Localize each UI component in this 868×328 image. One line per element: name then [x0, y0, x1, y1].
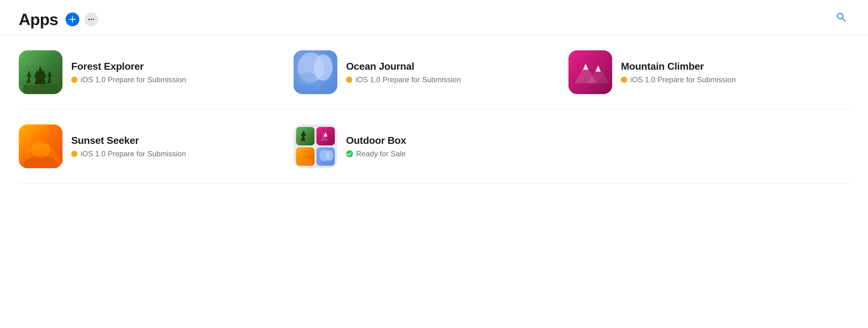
apps-list: Forest Explorer iOS 1.0 Prepare for Subm…: [0, 35, 868, 184]
add-app-button[interactable]: [66, 12, 79, 26]
app-info-sunset-seeker: Sunset Seeker iOS 1.0 Prepare for Submis…: [71, 135, 186, 158]
status-dot-forest: [71, 77, 78, 83]
svg-marker-7: [27, 71, 32, 83]
svg-point-0: [88, 19, 90, 20]
page-title: Apps: [19, 10, 58, 29]
svg-point-2: [93, 19, 94, 20]
svg-rect-25: [296, 127, 314, 145]
app-status-sunset-seeker: iOS 1.0 Prepare for Submission: [71, 149, 186, 158]
app-icon-wrapper-mountain: [568, 50, 612, 94]
app-item-sunset-seeker[interactable]: Sunset Seeker iOS 1.0 Prepare for Submis…: [19, 125, 293, 168]
app-name-sunset-seeker: Sunset Seeker: [71, 135, 186, 146]
app-name-outdoor-box: Outdoor Box: [346, 135, 406, 146]
app-icon-mountain-climber: [568, 50, 612, 94]
app-icon-wrapper-sunset: [19, 125, 62, 168]
svg-point-13: [299, 72, 316, 85]
svg-point-12: [314, 54, 333, 81]
app-icon-sunset-seeker: [19, 125, 62, 168]
mini-icon-sunset: [296, 147, 314, 166]
status-dot-ocean: [346, 77, 352, 83]
app-icon-ocean-journal: [293, 50, 337, 94]
mini-icon-forest: [296, 127, 314, 145]
status-check-outdoor-box: [346, 151, 353, 157]
app-info-outdoor-box: Outdoor Box Ready for Sale: [346, 135, 406, 158]
app-status-text-outdoor-box: Ready for Sale: [356, 149, 406, 158]
app-icon-wrapper-forest: [19, 50, 62, 94]
app-status-ocean-journal: iOS 1.0 Prepare for Submission: [346, 75, 461, 84]
mountain-icon-bg: [568, 50, 612, 94]
app-item-ocean-journal[interactable]: Ocean Journal iOS 1.0 Prepare for Submis…: [293, 50, 568, 94]
sunset-icon-svg: [19, 125, 62, 168]
status-dot-mountain: [621, 77, 627, 83]
app-info-mountain-climber: Mountain Climber iOS 1.0 Prepare for Sub…: [621, 61, 736, 84]
app-status-text-ocean: iOS 1.0 Prepare for Submission: [355, 75, 461, 84]
svg-marker-8: [34, 66, 46, 84]
app-status-text-forest: iOS 1.0 Prepare for Submission: [81, 75, 186, 84]
app-status-outdoor-box: Ready for Sale: [346, 149, 406, 158]
forest-icon-svg: [24, 60, 58, 94]
forest-icon-bg: [19, 50, 62, 94]
app-info-ocean-journal: Ocean Journal iOS 1.0 Prepare for Submis…: [346, 61, 461, 84]
search-button[interactable]: [833, 9, 849, 26]
svg-rect-5: [24, 85, 58, 94]
app-name-mountain-climber: Mountain Climber: [621, 61, 736, 72]
app-status-forest-explorer: iOS 1.0 Prepare for Submission: [71, 75, 186, 84]
app-info-forest-explorer: Forest Explorer iOS 1.0 Prepare for Subm…: [71, 61, 186, 84]
app-icon-outdoor-box: [293, 125, 337, 168]
app-name-ocean-journal: Ocean Journal: [346, 61, 461, 72]
status-dot-sunset: [71, 151, 78, 157]
svg-line-4: [842, 19, 845, 21]
page-header: Apps: [0, 0, 868, 35]
app-status-text-sunset: iOS 1.0 Prepare for Submission: [81, 149, 186, 158]
app-icon-wrapper-ocean: [293, 50, 337, 94]
app-status-text-mountain: iOS 1.0 Prepare for Submission: [630, 75, 736, 84]
sunset-icon-bg: [19, 125, 62, 168]
svg-marker-9: [47, 71, 52, 83]
apps-row-2: Sunset Seeker iOS 1.0 Prepare for Submis…: [19, 109, 849, 184]
mini-icon-ocean: [316, 147, 335, 166]
ocean-icon-svg: [293, 50, 337, 94]
svg-point-34: [326, 150, 334, 160]
plus-icon: [69, 16, 76, 23]
mini-icon-mountain: [316, 127, 335, 145]
app-item-mountain-climber[interactable]: Mountain Climber iOS 1.0 Prepare for Sub…: [568, 50, 843, 94]
app-name-forest-explorer: Forest Explorer: [71, 61, 186, 72]
app-item-forest-explorer[interactable]: Forest Explorer iOS 1.0 Prepare for Subm…: [19, 50, 293, 94]
outdoor-box-icon-bg: [293, 125, 337, 168]
apps-row-1: Forest Explorer iOS 1.0 Prepare for Subm…: [19, 35, 849, 109]
app-icon-forest-explorer: [19, 50, 62, 94]
ellipsis-icon: [88, 16, 95, 23]
search-icon: [836, 11, 847, 23]
app-status-mountain-climber: iOS 1.0 Prepare for Submission: [621, 75, 736, 84]
ocean-icon-bg: [293, 50, 337, 94]
app-icon-wrapper-outdoor-box: [293, 125, 337, 168]
mountain-icon-svg: [568, 50, 612, 94]
svg-point-1: [91, 19, 92, 20]
app-item-outdoor-box[interactable]: Outdoor Box Ready for Sale: [293, 125, 568, 168]
svg-point-24: [31, 141, 50, 158]
more-options-button[interactable]: [84, 12, 98, 26]
